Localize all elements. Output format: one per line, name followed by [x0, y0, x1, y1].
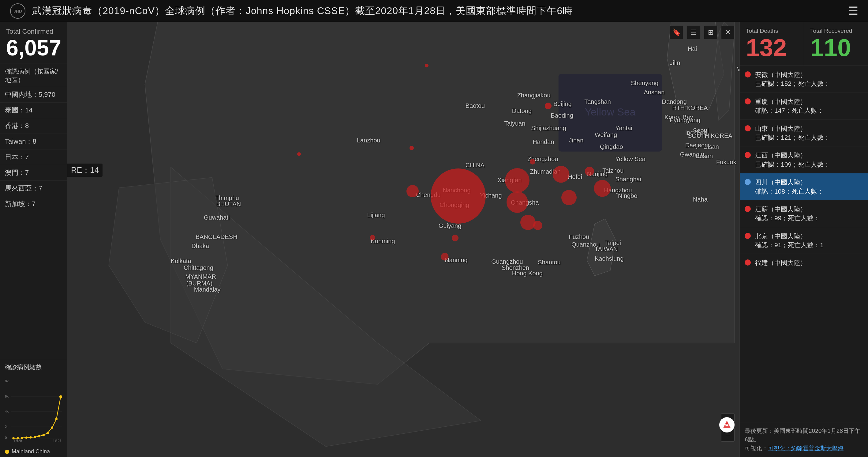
- svg-text:8k: 8k: [5, 379, 8, 383]
- svg-point-18: [38, 435, 40, 437]
- region-item[interactable]: 山東（中國大陸） 已確認：121；死亡人數：: [740, 120, 868, 147]
- region-dot: [745, 179, 751, 185]
- qr-btn[interactable]: ⊞: [704, 26, 717, 39]
- svg-text:1月27: 1月27: [53, 439, 61, 442]
- region-item[interactable]: 四川（中國大陸） 確認：108；死亡人數：: [740, 173, 868, 200]
- confirmed-number: 6,057: [6, 37, 61, 59]
- region-text: 江蘇（中國大陸） 確認：99；死亡人數：: [755, 205, 820, 223]
- region-dot: [745, 206, 751, 212]
- country-item[interactable]: 新加坡：7: [0, 196, 67, 212]
- re-label: RE：14: [67, 164, 102, 177]
- svg-point-21: [51, 426, 53, 429]
- region-item[interactable]: 北京（中國大陸） 確認：91；死亡人數：1: [740, 227, 868, 254]
- right-sidebar: Total Deaths 132 Total Recovered 110 安徽（…: [740, 22, 868, 457]
- update-text: 最後更新：美國東部時間2020年1月28日下午6點。: [745, 428, 860, 443]
- confirmed-label: Total Confirmed: [6, 28, 61, 35]
- list-btn[interactable]: ☰: [687, 26, 700, 39]
- region-dot: [745, 233, 751, 239]
- map-background: Yellow Sea: [67, 22, 740, 457]
- country-item[interactable]: 泰國：14: [0, 103, 67, 118]
- chart-title: 確診病例總數: [5, 363, 62, 371]
- update-link-prefix: 可視化：: [745, 445, 768, 452]
- region-item[interactable]: 江西（中國大陸） 已確認：109；死亡人數：: [740, 146, 868, 173]
- svg-text:1月20: 1月20: [13, 439, 22, 442]
- region-item[interactable]: 江蘇（中國大陸） 確認：99；死亡人數：: [740, 200, 868, 227]
- jhu-logo: JHU: [10, 3, 26, 19]
- legend-label-mainland: Mainland China: [12, 449, 50, 455]
- svg-point-22: [55, 418, 58, 420]
- region-text: 北京（中國大陸） 確認：91；死亡人數：1: [755, 232, 824, 250]
- svg-point-15: [25, 436, 27, 439]
- recovered-label: Total Recovered: [810, 28, 862, 34]
- map-center: Yellow Sea HaiJilinShenyangAnshanDandong…: [67, 22, 740, 457]
- main-layout: Total Confirmed 6,057 確認病例（按國家/地區） 中國內地：…: [0, 22, 868, 457]
- deaths-number: 132: [746, 35, 798, 60]
- svg-point-19: [42, 434, 44, 436]
- update-note: 最後更新：美國東部時間2020年1月28日下午6點。 可視化：可視化：約翰霍普金…: [740, 422, 868, 457]
- chart-section: 確診病例總數 8k 6k 4k 2k 0: [0, 359, 67, 457]
- bookmark-btn[interactable]: 🔖: [670, 26, 683, 39]
- deaths-box: Total Deaths 132: [740, 22, 804, 65]
- country-item[interactable]: 澳門：7: [0, 165, 67, 181]
- legend-dot-mainland: [5, 450, 9, 454]
- region-dot: [745, 152, 751, 158]
- region-text: 重慶（中國大陸） 確認：147；死亡人數：: [755, 97, 824, 115]
- recovered-box: Total Recovered 110: [804, 22, 868, 65]
- svg-point-16: [29, 436, 32, 438]
- svg-text:6k: 6k: [5, 395, 8, 398]
- svg-point-23: [59, 395, 62, 398]
- svg-text:0: 0: [5, 436, 7, 440]
- region-dot: [745, 259, 751, 265]
- region-dot: [745, 125, 751, 132]
- region-dot: [745, 98, 751, 105]
- region-item[interactable]: 重慶（中國大陸） 確認：147；死亡人數：: [740, 93, 868, 120]
- map-controls: 🔖 ☰ ⊞ ✕: [670, 26, 735, 39]
- close-btn[interactable]: ✕: [721, 26, 735, 39]
- region-text: 安徽（中國大陸） 已確認：152；死亡人數：: [755, 70, 830, 88]
- stats-row: Total Deaths 132 Total Recovered 110: [740, 22, 868, 66]
- svg-point-20: [47, 432, 49, 434]
- country-item[interactable]: 日本：7: [0, 149, 67, 165]
- svg-text:2k: 2k: [5, 425, 8, 429]
- region-dot: [745, 72, 751, 78]
- region-text: 山東（中國大陸） 已確認：121；死亡人數：: [755, 124, 830, 142]
- arcgis-badge: [719, 417, 735, 432]
- region-item[interactable]: 安徽（中國大陸） 已確認：152；死亡人數：: [740, 66, 868, 93]
- svg-point-17: [34, 436, 36, 438]
- country-item[interactable]: 香港：8: [0, 118, 67, 134]
- chart-legend: Mainland China: [5, 449, 62, 455]
- left-sidebar: Total Confirmed 6,057 確認病例（按國家/地區） 中國內地：…: [0, 22, 67, 457]
- svg-point-14: [21, 437, 23, 439]
- region-text: 福建（中國大陸）: [755, 258, 806, 267]
- confirmed-total-box: Total Confirmed 6,057: [0, 22, 67, 63]
- region-list: 安徽（中國大陸） 已確認：152；死亡人數：重慶（中國大陸） 確認：147；死亡…: [740, 66, 868, 422]
- menu-icon[interactable]: ☰: [848, 5, 858, 18]
- country-item[interactable]: 馬來西亞：7: [0, 181, 67, 196]
- chart-area: 8k 6k 4k 2k 0: [5, 374, 62, 447]
- svg-text:Yellow Sea: Yellow Sea: [585, 106, 636, 118]
- country-list-header: 確認病例（按國家/地區）: [0, 63, 67, 87]
- region-item[interactable]: 福建（中國大陸）: [740, 254, 868, 272]
- header: JHU 武漢冠狀病毒（2019-nCoV）全球病例（作者：Johns Hopki…: [0, 0, 868, 22]
- svg-text:4k: 4k: [5, 409, 8, 413]
- recovered-number: 110: [810, 35, 862, 60]
- country-item[interactable]: 中國內地：5,970: [0, 87, 67, 103]
- svg-text:JHU: JHU: [13, 9, 22, 14]
- country-item[interactable]: Taiwan：8: [0, 134, 67, 149]
- deaths-label: Total Deaths: [746, 28, 798, 34]
- region-text: 江西（中國大陸） 已確認：109；死亡人數：: [755, 151, 830, 169]
- region-text: 四川（中國大陸） 確認：108；死亡人數：: [755, 178, 824, 196]
- header-title: 武漢冠狀病毒（2019-nCoV）全球病例（作者：Johns Hopkins C…: [32, 4, 848, 18]
- update-link[interactable]: 可視化：約翰霍普金斯大學海: [768, 445, 843, 452]
- svg-point-31: [726, 423, 728, 425]
- country-list: 中國內地：5,970泰國：14香港：8Taiwan：8日本：7澳門：7馬來西亞：…: [0, 87, 67, 359]
